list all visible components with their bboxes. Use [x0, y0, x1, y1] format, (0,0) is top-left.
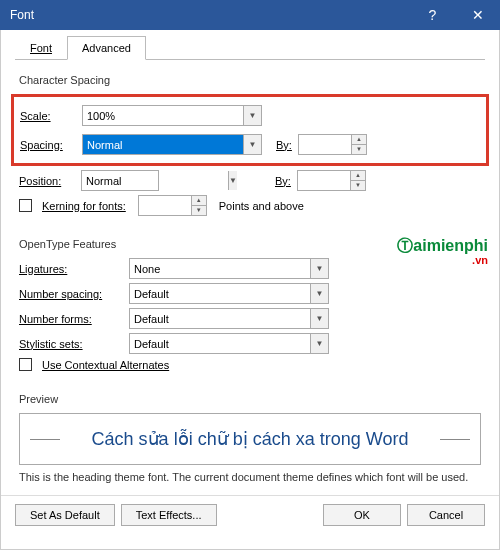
- chevron-down-icon[interactable]: ▼: [310, 334, 328, 353]
- numforms-combo[interactable]: ▼: [129, 308, 329, 329]
- chevron-down-icon[interactable]: ▼: [228, 171, 237, 190]
- tab-font[interactable]: Font: [15, 36, 67, 60]
- numspacing-input[interactable]: [130, 284, 310, 303]
- tab-strip: Font Advanced: [1, 30, 499, 60]
- help-button[interactable]: ?: [410, 0, 455, 30]
- stylistic-label: Stylistic sets:: [19, 338, 123, 350]
- chevron-down-icon[interactable]: ▼: [310, 309, 328, 328]
- ligatures-label: Ligatures:: [19, 263, 123, 275]
- spin-up-icon[interactable]: ▲: [192, 196, 206, 206]
- position-label: Position:: [19, 175, 75, 187]
- contextual-label: Use Contextual Alternates: [42, 359, 169, 371]
- scale-input[interactable]: [83, 106, 243, 125]
- by1-input[interactable]: [299, 135, 351, 154]
- cancel-button[interactable]: Cancel: [407, 504, 485, 526]
- contextual-checkbox[interactable]: [19, 358, 32, 371]
- highlight-box: Scale: ▼ Spacing: ▼ By: ▲▼: [11, 94, 489, 166]
- ligatures-combo[interactable]: ▼: [129, 258, 329, 279]
- scale-label: Scale:: [20, 110, 76, 122]
- ok-button[interactable]: OK: [323, 504, 401, 526]
- by2-label: By:: [275, 175, 291, 187]
- by1-spinner[interactable]: ▲▼: [298, 134, 367, 155]
- chevron-down-icon[interactable]: ▼: [310, 284, 328, 303]
- spin-up-icon[interactable]: ▲: [351, 171, 365, 181]
- spacing-input[interactable]: [83, 135, 243, 154]
- button-bar: Set As Default Text Effects... OK Cancel: [1, 495, 499, 534]
- by1-label: By:: [276, 139, 292, 151]
- numspacing-label: Number spacing:: [19, 288, 123, 300]
- preview-group: Preview Cách sửa lỗi chữ bị cách xa tron…: [1, 379, 499, 495]
- preview-title: Preview: [19, 393, 481, 405]
- kerning-checkbox[interactable]: [19, 199, 32, 212]
- titlebar: Font ? ✕: [0, 0, 500, 30]
- numforms-input[interactable]: [130, 309, 310, 328]
- opentype-title: OpenType Features: [19, 238, 481, 250]
- character-spacing-group: Character Spacing Scale: ▼ Spacing: ▼ By…: [1, 60, 499, 224]
- window-title: Font: [10, 8, 410, 22]
- ligatures-input[interactable]: [130, 259, 310, 278]
- character-spacing-title: Character Spacing: [19, 74, 481, 86]
- set-default-button[interactable]: Set As Default: [15, 504, 115, 526]
- spacing-label: Spacing:: [20, 139, 76, 151]
- points-label: Points and above: [219, 200, 304, 212]
- spin-down-icon[interactable]: ▼: [351, 181, 365, 191]
- position-combo[interactable]: ▼: [81, 170, 159, 191]
- by2-input[interactable]: [298, 171, 350, 190]
- kerning-input[interactable]: [139, 196, 191, 215]
- by2-spinner[interactable]: ▲▼: [297, 170, 366, 191]
- text-effects-button[interactable]: Text Effects...: [121, 504, 217, 526]
- chevron-down-icon[interactable]: ▼: [243, 135, 261, 154]
- chevron-down-icon[interactable]: ▼: [310, 259, 328, 278]
- chevron-down-icon[interactable]: ▼: [243, 106, 261, 125]
- spin-up-icon[interactable]: ▲: [352, 135, 366, 145]
- spin-down-icon[interactable]: ▼: [352, 145, 366, 155]
- scale-combo[interactable]: ▼: [82, 105, 262, 126]
- dialog-body: Font Advanced Character Spacing Scale: ▼…: [0, 30, 500, 550]
- stylistic-input[interactable]: [130, 334, 310, 353]
- spacing-combo[interactable]: ▼: [82, 134, 262, 155]
- position-input[interactable]: [82, 171, 228, 190]
- preview-box: Cách sửa lỗi chữ bị cách xa trong Word: [19, 413, 481, 465]
- stylistic-combo[interactable]: ▼: [129, 333, 329, 354]
- preview-note: This is the heading theme font. The curr…: [19, 471, 481, 483]
- close-button[interactable]: ✕: [455, 0, 500, 30]
- spin-down-icon[interactable]: ▼: [192, 206, 206, 216]
- tab-advanced[interactable]: Advanced: [67, 36, 146, 60]
- kerning-spinner[interactable]: ▲▼: [138, 195, 207, 216]
- kerning-label: Kerning for fonts:: [42, 200, 126, 212]
- opentype-group: OpenType Features Ligatures: ▼ Number sp…: [1, 224, 499, 379]
- numforms-label: Number forms:: [19, 313, 123, 325]
- numspacing-combo[interactable]: ▼: [129, 283, 329, 304]
- preview-text: Cách sửa lỗi chữ bị cách xa trong Word: [92, 428, 409, 450]
